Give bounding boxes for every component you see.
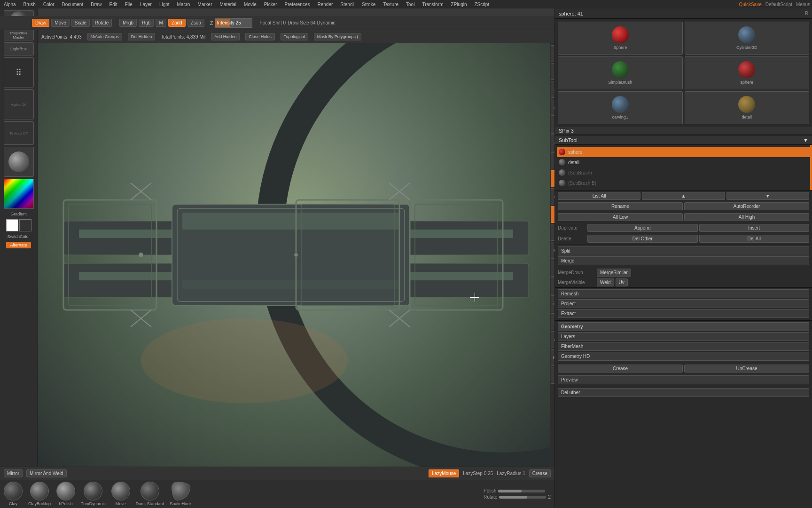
- menu-layer[interactable]: Layer: [138, 1, 154, 8]
- material-preview[interactable]: [4, 147, 34, 177]
- remesh-btn[interactable]: Remesh: [558, 289, 809, 298]
- menu-zscript[interactable]: ZScript: [473, 1, 492, 8]
- append-btn[interactable]: Append: [587, 224, 698, 232]
- miauto-groups-btn[interactable]: MiAuto Groups: [87, 33, 122, 40]
- texture-preview[interactable]: Texture Off: [4, 121, 34, 145]
- subtool-header[interactable]: SubTool ▼: [555, 135, 812, 145]
- tool-detail-item[interactable]: detail: [685, 91, 810, 124]
- subtool-row-sphere[interactable]: sphere: [557, 147, 810, 157]
- alpha-preview[interactable]: Alpha Off: [4, 89, 34, 119]
- brush-hpolish[interactable]: hPolish: [56, 482, 75, 506]
- del-hidden-btn[interactable]: Del Hidden: [128, 33, 156, 40]
- menu-light[interactable]: Light: [157, 1, 172, 8]
- dynamic-label[interactable]: Dynamic: [317, 20, 336, 25]
- draw-btn[interactable]: Draw: [32, 19, 49, 27]
- rotate-slider[interactable]: [499, 496, 546, 499]
- move-up-btn[interactable]: ▲: [642, 192, 725, 200]
- del-other-btn[interactable]: Del Other: [587, 235, 698, 243]
- background-swatch[interactable]: [19, 219, 31, 231]
- move-btn[interactable]: Move: [51, 19, 69, 27]
- menu-stencil[interactable]: Stencil: [338, 1, 356, 8]
- rgb-btn[interactable]: Rgb: [139, 19, 154, 27]
- crease-btn[interactable]: Crease: [558, 365, 683, 373]
- intensity-slider[interactable]: Intensity 25: [215, 18, 252, 28]
- brush-damstandard[interactable]: Dam_Standard: [136, 482, 164, 506]
- geometry-hd-btn[interactable]: Geometry HD: [558, 352, 809, 361]
- brush-snakehook[interactable]: SnakeHook: [170, 482, 192, 506]
- scale-btn[interactable]: Scale: [71, 19, 90, 27]
- preview-btn[interactable]: Preview: [558, 375, 809, 384]
- rename-btn[interactable]: Rename: [558, 202, 683, 210]
- auto-reorder-btn[interactable]: AutoReorder: [684, 202, 809, 210]
- polish-slider[interactable]: [498, 490, 545, 492]
- menu-marker[interactable]: Marker: [195, 1, 214, 8]
- merge-btn[interactable]: Merge: [558, 256, 809, 265]
- m-btn[interactable]: M: [156, 19, 166, 27]
- menu-transform[interactable]: Transform: [420, 1, 445, 8]
- weld-btn[interactable]: Weld: [597, 278, 614, 286]
- fibermesh-btn[interactable]: FiberMesh: [558, 342, 809, 351]
- layers-btn[interactable]: Layers: [558, 332, 809, 341]
- canvas-area[interactable]: [38, 43, 554, 467]
- project-btn[interactable]: Project: [558, 299, 809, 308]
- all-low-btn[interactable]: All Low: [558, 213, 683, 221]
- uncrease-btn[interactable]: UnCrease: [684, 365, 809, 373]
- menu-file[interactable]: File: [123, 1, 134, 8]
- menu-material[interactable]: Material: [218, 1, 239, 8]
- color-picker[interactable]: [4, 179, 34, 209]
- move-down-btn[interactable]: ▼: [726, 192, 809, 200]
- brush-preview[interactable]: ⠿: [4, 57, 34, 87]
- subtool-row-subbrush[interactable]: (SubBrush): [557, 167, 810, 178]
- menu-edit[interactable]: Edit: [108, 1, 119, 8]
- mrgb-btn[interactable]: Mrgb: [119, 19, 137, 27]
- insert-btn[interactable]: Insert: [699, 224, 810, 232]
- alternate-btn[interactable]: Alternate: [6, 242, 31, 248]
- brush-move[interactable]: Move: [111, 482, 130, 506]
- menu-stroke[interactable]: Stroke: [360, 1, 377, 8]
- extract-btn[interactable]: Extract: [558, 309, 809, 318]
- brush-trimdynamic[interactable]: TrimDynamic: [81, 482, 106, 506]
- menu-preferences[interactable]: Preferences: [283, 1, 312, 8]
- menu-brush[interactable]: Brush: [22, 1, 38, 8]
- menu-zplugin[interactable]: ZPlugin: [449, 1, 469, 8]
- rotate-btn[interactable]: Rotate: [92, 19, 112, 27]
- tool-carving-item[interactable]: carving1: [558, 91, 683, 124]
- brush-claybuildup[interactable]: ClayBuildup: [28, 482, 51, 506]
- tool-cylinder-item[interactable]: Cylinder3D: [685, 22, 810, 55]
- close-holes-btn[interactable]: Close Holes: [245, 33, 275, 40]
- quicksave-btn[interactable]: QuickSave: [739, 2, 761, 7]
- subtool-row-detail[interactable]: detail: [557, 157, 810, 167]
- add-hidden-btn[interactable]: Add Hidden: [211, 33, 240, 40]
- del-all-btn[interactable]: Del All: [699, 235, 810, 243]
- lightbox-btn[interactable]: LightBox: [4, 42, 34, 56]
- menu-macro[interactable]: Macro: [175, 1, 192, 8]
- menu-draw[interactable]: Draw: [89, 1, 103, 8]
- foreground-swatch[interactable]: [6, 219, 18, 231]
- tool-sphere-item[interactable]: Sphere: [558, 22, 683, 55]
- split-btn[interactable]: Split: [558, 246, 809, 255]
- menu-document[interactable]: Document: [60, 1, 86, 8]
- mirror-label[interactable]: Mirror: [4, 469, 23, 477]
- brush-clay[interactable]: Clay: [4, 482, 23, 506]
- subtool-row-subbrushb[interactable]: (SubBrush B): [557, 178, 810, 188]
- menus-btn[interactable]: Menus: [796, 2, 810, 7]
- menu-alpha[interactable]: Alpha: [2, 1, 18, 8]
- menu-color[interactable]: Color: [41, 1, 56, 8]
- menu-texture[interactable]: Texture: [381, 1, 400, 8]
- list-all-btn[interactable]: List All: [558, 192, 640, 200]
- crease-bottom-btn[interactable]: Crease: [529, 469, 551, 477]
- uv-btn[interactable]: Uv: [616, 278, 628, 286]
- geometry-btn[interactable]: Geometry: [558, 322, 809, 331]
- menu-picker[interactable]: Picker: [262, 1, 279, 8]
- mask-by-polygroups-btn[interactable]: Mask By Polygroups (: [314, 33, 362, 40]
- all-high-btn[interactable]: All High: [684, 213, 809, 221]
- menu-movie[interactable]: Movie: [242, 1, 258, 8]
- lazy-mouse-btn[interactable]: LazyMouse: [429, 469, 459, 477]
- zsub-btn[interactable]: Zsub: [187, 19, 204, 27]
- menu-render[interactable]: Render: [316, 1, 335, 8]
- menu-tool[interactable]: Tool: [404, 1, 416, 8]
- topological-btn[interactable]: Topological: [281, 33, 308, 40]
- mirror-weld-label[interactable]: Mirror And Weld: [26, 469, 67, 477]
- tool-simplebrush-item[interactable]: SimpleBrush: [558, 56, 683, 89]
- del-uther-btn[interactable]: Del uther: [558, 388, 809, 397]
